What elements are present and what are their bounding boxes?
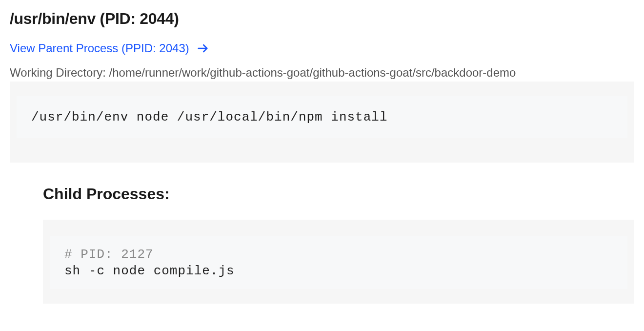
command-text: /usr/bin/env node /usr/local/bin/npm ins… <box>31 110 613 124</box>
command-code-box: /usr/bin/env node /usr/local/bin/npm ins… <box>17 96 627 138</box>
command-panel: /usr/bin/env node /usr/local/bin/npm ins… <box>10 82 634 163</box>
child-process-cmd-line: sh -c node compile.js <box>64 264 613 278</box>
parent-process-link-row: View Parent Process (PPID: 2043) <box>10 41 634 55</box>
arrow-right-icon <box>196 41 210 55</box>
child-process-pid-line: # PID: 2127 <box>64 247 613 262</box>
view-parent-process-link[interactable]: View Parent Process (PPID: 2043) <box>10 41 189 55</box>
child-processes-section: Child Processes: # PID: 2127 sh -c node … <box>10 185 634 304</box>
child-processes-heading: Child Processes: <box>43 185 634 203</box>
child-process-code-box: # PID: 2127 sh -c node compile.js <box>50 236 627 289</box>
working-directory-label: Working Directory: /home/runner/work/git… <box>10 66 634 80</box>
child-process-panel: # PID: 2127 sh -c node compile.js <box>43 220 634 304</box>
page-title: /usr/bin/env (PID: 2044) <box>10 10 634 28</box>
